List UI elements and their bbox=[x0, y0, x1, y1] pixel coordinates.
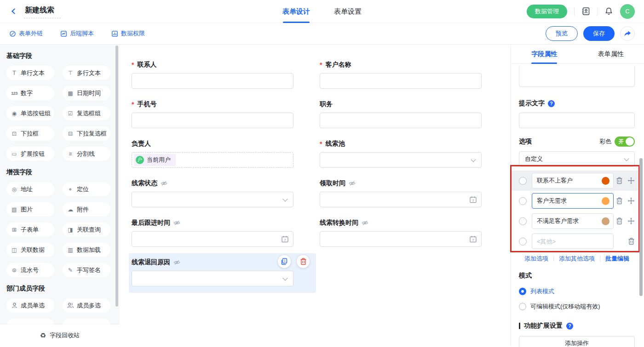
help-icon[interactable]: ? bbox=[566, 323, 573, 330]
add-action-button[interactable]: 添加操作 bbox=[519, 336, 635, 347]
option-radio[interactable] bbox=[519, 238, 527, 245]
option-color-dot[interactable] bbox=[602, 197, 610, 205]
field-pill-signature[interactable]: ✎手写签名 bbox=[63, 263, 110, 277]
back-button[interactable] bbox=[9, 6, 19, 17]
copy-field-button[interactable] bbox=[278, 255, 291, 268]
date-input[interactable]: 7 bbox=[320, 192, 482, 207]
field-pill-attachment[interactable]: ☁附件 bbox=[63, 202, 110, 216]
option-color-dot[interactable] bbox=[602, 217, 610, 225]
user-select-input[interactable]: 户 当前用户 bbox=[132, 152, 293, 168]
field-pill-image[interactable]: ▧图片 bbox=[6, 202, 54, 216]
date-input[interactable]: 7 bbox=[320, 231, 482, 247]
field-pill-member-single[interactable]: 成员单选 bbox=[6, 298, 54, 313]
save-button[interactable]: 保存 bbox=[583, 26, 615, 41]
option-input-box-focused[interactable] bbox=[532, 193, 614, 209]
field-pill-single-text[interactable]: T单行文本 bbox=[6, 66, 54, 80]
form-field-job-title[interactable]: 职务 bbox=[317, 95, 484, 135]
form-field-last-follow-time[interactable]: 最后跟进时间 7 bbox=[129, 214, 296, 253]
tab-form-properties[interactable]: 表单属性 bbox=[578, 45, 644, 63]
field-pill-checkbox-group[interactable]: ☑复选框组 bbox=[63, 106, 110, 120]
field-pill-divider[interactable]: ≡分割线 bbox=[63, 147, 110, 161]
field-pill-dropdown-multi[interactable]: ⊟下拉复选框 bbox=[63, 126, 110, 141]
form-field-owner[interactable]: 负责人 户 当前用户 bbox=[129, 135, 296, 174]
field-pill-multi-text[interactable]: ⊤多行文本 bbox=[63, 66, 110, 80]
help-icon[interactable]: ? bbox=[548, 100, 555, 107]
option-text-input[interactable] bbox=[537, 198, 602, 205]
select-input[interactable] bbox=[320, 152, 482, 168]
form-field-lead-pool[interactable]: *线索池 bbox=[317, 135, 484, 174]
field-pill-subform[interactable]: ⊞子表单 bbox=[6, 222, 54, 237]
preview-button[interactable]: 预览 bbox=[546, 26, 578, 41]
drag-option-handle[interactable] bbox=[627, 197, 635, 205]
field-pill-data-load[interactable]: ▥数据加载 bbox=[63, 243, 110, 257]
form-field-lead-status[interactable]: 线索状态 bbox=[129, 174, 296, 214]
option-text-input[interactable] bbox=[537, 218, 602, 225]
delete-option-button[interactable] bbox=[616, 177, 623, 184]
form-field-contact[interactable]: *联系人 bbox=[129, 56, 296, 95]
field-pill-number[interactable]: 123数字 bbox=[6, 86, 54, 100]
date-input[interactable]: 7 bbox=[132, 231, 293, 247]
option-source-select[interactable]: 自定义 bbox=[519, 151, 635, 167]
add-option-link[interactable]: 添加选项 bbox=[524, 255, 548, 263]
contacts-book-button[interactable] bbox=[581, 7, 590, 16]
share-button[interactable] bbox=[620, 26, 635, 41]
delete-field-button[interactable] bbox=[297, 255, 310, 268]
data-manage-button[interactable]: 数据管理 bbox=[527, 5, 567, 18]
text-input[interactable] bbox=[320, 73, 482, 89]
text-input[interactable] bbox=[132, 113, 293, 128]
add-other-option-link[interactable]: 添加其他选项 bbox=[559, 255, 595, 263]
text-input[interactable] bbox=[320, 113, 482, 128]
backend-script-link[interactable]: 后端脚本 bbox=[60, 29, 94, 38]
panel-scrollbar[interactable] bbox=[639, 158, 643, 296]
user-avatar[interactable]: C bbox=[620, 4, 635, 19]
form-field-customer-name[interactable]: *客户名称 bbox=[317, 56, 484, 95]
delete-option-button[interactable] bbox=[616, 217, 623, 225]
option-radio[interactable] bbox=[519, 177, 527, 185]
form-canvas[interactable]: *联系人 *客户名称 *手机号 职务 负责人 户 当前用 bbox=[120, 45, 511, 347]
form-field-convert-time[interactable]: 线索转换时间 7 bbox=[317, 214, 484, 253]
delete-option-button[interactable] bbox=[628, 238, 635, 245]
hint-text-input[interactable] bbox=[519, 113, 635, 128]
mode-option-editable[interactable]: 可编辑模式(仅移动端有效) bbox=[519, 302, 635, 311]
form-external-link[interactable]: 表单外链 bbox=[9, 29, 43, 38]
mode-option-list[interactable]: 列表模式 bbox=[519, 287, 635, 296]
drag-option-handle[interactable] bbox=[627, 177, 635, 184]
tab-form-design[interactable]: 表单设计 bbox=[282, 0, 310, 23]
field-pill-datetime[interactable]: ▦日期时间 bbox=[63, 86, 110, 100]
select-input[interactable] bbox=[132, 192, 293, 207]
notifications-button[interactable] bbox=[604, 7, 613, 16]
form-field-claim-time[interactable]: 领取时间 7 bbox=[317, 174, 484, 214]
sidebar-scrollbar[interactable] bbox=[115, 46, 118, 307]
form-title-editable[interactable]: 新建线索 bbox=[24, 4, 61, 18]
field-pill-related-query[interactable]: ◨关联查询 bbox=[63, 222, 110, 237]
field-pill-extend-button[interactable]: ▭扩展按钮 bbox=[6, 147, 54, 161]
option-other-input[interactable] bbox=[537, 238, 610, 245]
select-input[interactable] bbox=[132, 271, 293, 286]
option-radio[interactable] bbox=[519, 217, 527, 225]
field-pill-address[interactable]: ◎地址 bbox=[6, 182, 54, 196]
batch-edit-link[interactable]: 批量编辑 bbox=[605, 255, 629, 263]
tab-field-properties[interactable]: 字段属性 bbox=[511, 45, 578, 63]
delete-option-button[interactable] bbox=[616, 197, 623, 205]
data-permission-link[interactable]: 数据权限 bbox=[111, 29, 145, 38]
color-toggle-switch[interactable]: 开 bbox=[615, 137, 635, 147]
field-pill-serial-number[interactable]: ⊜流水号 bbox=[6, 263, 54, 277]
field-pill-member-multi[interactable]: 成员多选 bbox=[63, 298, 110, 313]
field-name-input-partial[interactable] bbox=[519, 66, 635, 87]
drag-option-handle[interactable] bbox=[627, 217, 635, 225]
form-field-return-reason-selected[interactable]: 线索退回原因 bbox=[129, 253, 316, 293]
option-radio[interactable] bbox=[519, 197, 527, 205]
field-pill-related-data[interactable]: ◫关联数据 bbox=[6, 243, 54, 257]
option-input-box[interactable] bbox=[532, 233, 614, 249]
option-input-box[interactable] bbox=[532, 173, 614, 188]
option-color-dot[interactable] bbox=[602, 177, 610, 185]
tab-form-settings[interactable]: 表单设置 bbox=[334, 0, 362, 23]
text-input[interactable] bbox=[132, 73, 293, 89]
field-pill-dropdown[interactable]: ⊡下拉框 bbox=[6, 126, 54, 141]
field-pill-location[interactable]: ⌖定位 bbox=[63, 182, 110, 196]
form-field-mobile[interactable]: *手机号 bbox=[129, 95, 296, 135]
option-text-input[interactable] bbox=[537, 177, 602, 184]
option-input-box[interactable] bbox=[532, 213, 614, 229]
field-recycle-bin[interactable]: ♻ 字段回收站 bbox=[0, 324, 120, 347]
field-pill-radio-group[interactable]: ◉单选按钮组 bbox=[6, 106, 54, 120]
